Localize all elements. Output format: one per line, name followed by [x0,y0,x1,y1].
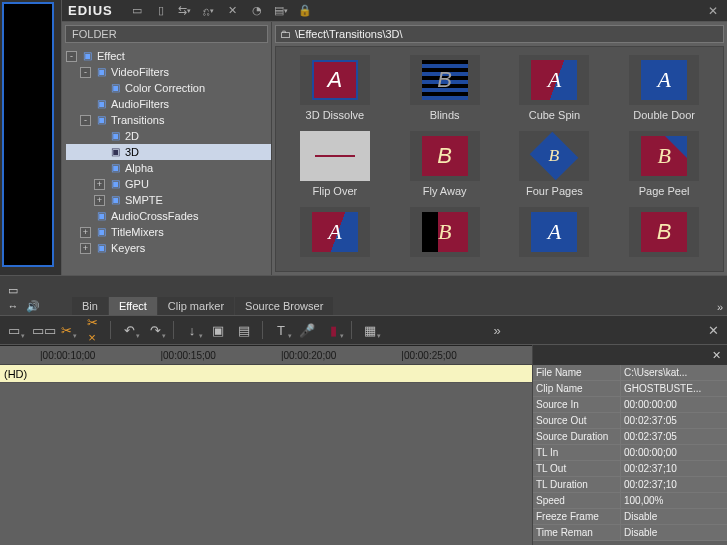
effect-thumb[interactable]: ADouble Door [613,55,715,121]
tab-source-browser[interactable]: Source Browser [235,297,333,315]
toolbar-more-icon[interactable]: » [489,323,505,338]
effect-thumb[interactable]: BBlinds [394,55,496,121]
tree-node-2d[interactable]: ▣2D [66,128,271,144]
tree-node-effect[interactable]: -▣Effect [66,48,271,64]
effect-thumb[interactable]: A [284,207,386,257]
close-icon[interactable]: ✕ [705,3,721,19]
redo-icon[interactable]: ↷▾ [147,323,163,338]
thumb-label: Fly Away [423,185,467,197]
tree-node-gpu[interactable]: +▣GPU [66,176,271,192]
undo-icon[interactable]: ↶▾ [121,323,137,338]
prop-value: GHOSTBUSTE... [621,381,727,396]
layout-btn-icon[interactable]: ▣ [210,323,226,338]
thumb-label: Cube Spin [529,109,580,121]
info-close-icon[interactable]: ✕ [712,349,721,362]
tree-node-keyers[interactable]: +▣Keyers [66,240,271,256]
expand-icon[interactable]: - [66,51,77,62]
tree-label: 3D [125,144,139,160]
tree-node-audiofilters[interactable]: ▣AudioFilters [66,96,271,112]
effect-thumb[interactable]: B [613,207,715,257]
prop-value: 00:02:37;10 [621,477,727,492]
effect-thumb[interactable]: B [394,207,496,257]
separator [173,321,174,339]
mic-icon[interactable]: 🎤 [299,323,315,338]
tree-label: AudioCrossFades [111,208,198,224]
lock-icon[interactable]: 🔒 [297,3,313,19]
tree-node-smpte[interactable]: +▣SMPTE [66,192,271,208]
prop-row: File NameC:\Users\kat... [533,365,727,381]
prop-value: 100,00% [621,493,727,508]
expand-icon[interactable] [80,211,91,222]
tab-clip-marker[interactable]: Clip marker [158,297,234,315]
prop-key: Source In [533,397,621,412]
prop-key: Source Duration [533,429,621,444]
effect-thumb[interactable]: Flip Over [284,131,386,197]
folder-icon: ▣ [108,176,122,192]
lock-toggle-icon[interactable]: ⎌▾ [201,3,217,19]
tree-node-3d[interactable]: ▣3D [66,144,271,160]
calc-icon[interactable]: ▦▾ [362,323,378,338]
expand-icon[interactable]: + [80,243,91,254]
title-icon[interactable]: T▾ [273,323,289,338]
arrow-left-icon[interactable]: ↔ [4,299,22,313]
tree-node-transitions[interactable]: -▣Transitions [66,112,271,128]
expand-icon[interactable] [94,147,105,158]
expand-icon[interactable]: - [80,115,91,126]
tab-bin[interactable]: Bin [72,297,108,315]
folder-icon: ▣ [80,48,94,64]
effect-thumb[interactable]: ACube Spin [504,55,606,121]
folder-icon: ▣ [108,160,122,176]
tree-node-color-correction[interactable]: ▣Color Correction [66,80,271,96]
path-text: \Effect\Transitions\3D\ [295,28,403,40]
cut-icon[interactable]: ✂▾ [58,323,74,338]
tree-node-titlemixers[interactable]: +▣TitleMixers [66,224,271,240]
timeline-tracks[interactable] [0,383,532,545]
app-title: EDIUS [68,3,113,18]
effect-thumb[interactable]: BPage Peel [613,131,715,197]
tree-toggle-icon[interactable]: ⇆▾ [177,3,193,19]
thumb-size-icon[interactable]: ▤▾ [273,3,289,19]
expand-icon[interactable]: - [80,67,91,78]
effect-thumb[interactable]: BFour Pages [504,131,606,197]
expand-icon[interactable] [94,131,105,142]
render-icon[interactable]: ▮▾ [325,323,341,338]
expand-icon[interactable] [80,99,91,110]
time-ruler[interactable]: |00:00:10;00|00:00:15;00|00:00:20;00|00:… [0,345,532,365]
timeline-panel[interactable]: |00:00:10;00|00:00:15;00|00:00:20;00|00:… [0,345,533,545]
tree-label: Transitions [111,112,164,128]
tree-node-videofilters[interactable]: -▣VideoFilters [66,64,271,80]
marker-icon[interactable]: ↓▾ [184,323,200,338]
effect-thumb[interactable]: BFly Away [394,131,496,197]
preview-monitor [2,2,54,267]
thumb-label: Page Peel [639,185,690,197]
speaker-icon[interactable]: 🔊 [24,299,42,313]
prop-row: Freeze FrameDisable [533,509,727,525]
prop-value: 00:02:37;10 [621,461,727,476]
tree-node-alpha[interactable]: ▣Alpha [66,160,271,176]
tree-label: Color Correction [125,80,205,96]
expand-icon[interactable] [94,83,105,94]
view-list-icon[interactable]: ▯ [153,3,169,19]
panel-expand-icon[interactable]: » [717,301,723,315]
timeline-icon[interactable]: ▭▾ [6,323,22,338]
new-seq-icon[interactable]: ▭▭ [32,323,48,338]
track-hd-label[interactable]: (HD) [0,365,532,383]
effect-prop-icon[interactable]: ◔ [249,3,265,19]
tab-effect[interactable]: Effect [109,297,157,315]
view-folder-icon[interactable]: ▭ [129,3,145,19]
thumbnail-area[interactable]: A3D DissolveBBlindsACube SpinADouble Doo… [275,46,724,272]
delete-icon[interactable]: ✕ [225,3,241,19]
stack-icon[interactable]: ▤ [236,323,252,338]
ruler-tick: |00:00:15;00 [160,350,215,361]
tree-node-audiocrossfades[interactable]: ▣AudioCrossFades [66,208,271,224]
expand-icon[interactable]: + [80,227,91,238]
expand-icon[interactable]: + [94,179,105,190]
folder-tree[interactable]: -▣Effect-▣VideoFilters▣Color Correction▣… [62,46,271,275]
layout-icon[interactable]: ▭ [4,283,22,297]
panel-close-icon[interactable]: ✕ [705,323,721,338]
effect-thumb[interactable]: A [504,207,606,257]
expand-icon[interactable]: + [94,195,105,206]
razor-icon[interactable]: ✂× [84,315,100,345]
expand-icon[interactable] [94,163,105,174]
effect-thumb[interactable]: A3D Dissolve [284,55,386,121]
